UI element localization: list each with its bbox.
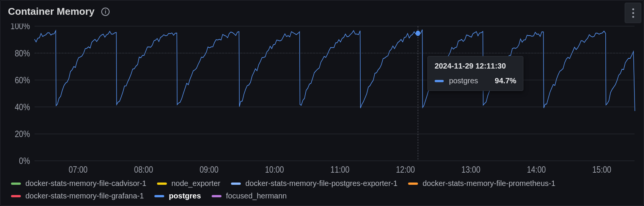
legend-label: docker-stats-memory-file-postgres-export…: [245, 179, 397, 188]
legend-label: docker-stats-memory-file-grafana-1: [25, 192, 144, 200]
legend-swatch: [11, 195, 21, 197]
svg-text:10:00: 10:00: [265, 164, 284, 175]
legend-item[interactable]: docker-stats-memory-file-grafana-1: [11, 192, 144, 200]
legend-item[interactable]: node_exporter: [157, 179, 220, 188]
svg-text:08:00: 08:00: [134, 164, 153, 175]
legend-item[interactable]: postgres: [154, 192, 201, 200]
legend-swatch: [11, 183, 21, 185]
legend-label: postgres: [169, 192, 201, 200]
chart-area[interactable]: 0%20%40%60%80%100%07:0008:0009:0010:0011…: [0, 20, 644, 176]
svg-text:40%: 40%: [15, 102, 30, 112]
tooltip-series-name: postgres: [449, 76, 478, 85]
svg-text:80%: 80%: [15, 48, 30, 58]
svg-point-23: [416, 31, 420, 36]
panel-container-memory: Container Memory i 0%20%40%60%80%100%07:…: [0, 0, 644, 206]
chart-svg: 0%20%40%60%80%100%07:0008:0009:0010:0011…: [6, 23, 638, 176]
panel-header: Container Memory i: [0, 0, 644, 20]
svg-text:12:00: 12:00: [396, 164, 415, 175]
svg-text:11:00: 11:00: [330, 164, 349, 175]
legend-item[interactable]: docker-stats-memory-file-postgres-export…: [231, 179, 397, 188]
chart-tooltip: 2024-11-29 12:11:30 postgres 94.7%: [427, 56, 523, 91]
legend-swatch: [231, 183, 241, 185]
legend-swatch: [408, 183, 418, 185]
svg-text:20%: 20%: [15, 129, 30, 139]
svg-text:07:00: 07:00: [69, 164, 88, 175]
tooltip-timestamp: 2024-11-29 12:11:30: [435, 62, 516, 70]
legend-item[interactable]: docker-stats-memory-file-prometheus-1: [408, 179, 555, 188]
svg-text:60%: 60%: [15, 75, 30, 85]
legend-label: focused_hermann: [226, 192, 287, 200]
svg-text:14:00: 14:00: [527, 164, 546, 175]
legend-item[interactable]: focused_hermann: [212, 192, 287, 200]
legend-swatch: [154, 195, 164, 197]
svg-text:13:00: 13:00: [462, 164, 481, 175]
legend-label: docker-stats-memory-file-cadvisor-1: [25, 179, 146, 188]
panel-title: Container Memory: [8, 6, 94, 17]
legend-item[interactable]: docker-stats-memory-file-cadvisor-1: [11, 179, 146, 188]
tooltip-row: postgres 94.7%: [435, 76, 516, 85]
svg-text:09:00: 09:00: [199, 164, 218, 175]
info-icon[interactable]: i: [101, 8, 110, 16]
tooltip-value: 94.7%: [495, 76, 517, 85]
legend-label: docker-stats-memory-file-prometheus-1: [423, 179, 555, 188]
legend-label: node_exporter: [171, 179, 220, 188]
svg-text:0%: 0%: [19, 156, 30, 166]
legend-swatch: [212, 195, 221, 197]
svg-text:100%: 100%: [11, 23, 30, 31]
svg-text:15:00: 15:00: [592, 164, 611, 175]
legend-swatch: [157, 183, 167, 185]
tooltip-swatch: [435, 80, 444, 82]
chart-legend: docker-stats-memory-file-cadvisor-1node_…: [0, 176, 644, 206]
